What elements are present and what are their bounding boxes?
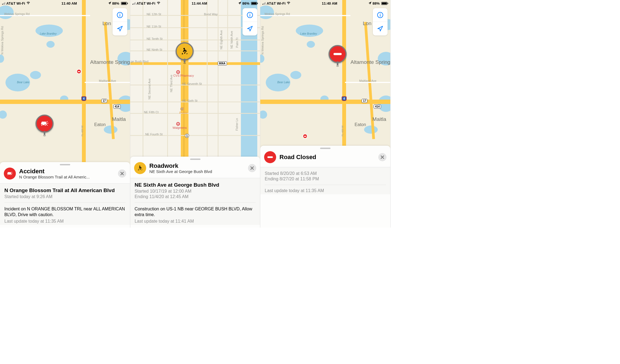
card-grabber[interactable]: [320, 148, 330, 149]
card-grabber[interactable]: [60, 164, 70, 165]
card-grabber[interactable]: [190, 159, 200, 160]
map-controls: [243, 8, 257, 35]
street-label: NE 12th St: [147, 13, 161, 16]
incident-ending-label: Ending 8/27/20 at 11:58 PM: [265, 177, 386, 181]
card-title: Road Closed: [279, 154, 375, 160]
incident-card[interactable]: Roadwork NE Sixth Ave at George Bush Blv…: [130, 157, 260, 228]
roadwork-marker[interactable]: [176, 42, 194, 60]
lake-label: Lake Brantley: [300, 32, 317, 35]
incident-update-label: Last update today at 11:35 AM: [4, 219, 126, 224]
locate-me-button[interactable]: [373, 22, 388, 35]
road-label: FL-400 W: [81, 126, 84, 136]
no-entry-icon: [267, 156, 273, 158]
road-closed-marker[interactable]: [329, 45, 347, 63]
battery-pct-label: 86%: [242, 1, 249, 5]
info-icon: [377, 12, 383, 18]
map-info-button[interactable]: [113, 8, 127, 22]
route-shield: 17: [101, 99, 107, 103]
route-shield: 17: [362, 99, 367, 103]
street-label: NE Seventh St: [182, 82, 202, 85]
carrier-label: AT&T Wi-Fi: [137, 1, 155, 5]
route-shield-interstate: 4: [81, 96, 86, 101]
lake-label: Lake Brantley: [40, 32, 57, 35]
map-info-button[interactable]: [373, 8, 388, 22]
screen-closed: AT&T Wi-Fi 11:40 AM 88% Wekiva Springs R…: [260, 0, 391, 228]
screen-roadwork: AT&T Wi-Fi 11:44 AM 86% NE 12th S: [130, 0, 261, 228]
battery-icon: [120, 2, 128, 5]
city-label: Maitla: [372, 116, 386, 122]
poi-marker[interactable]: ✚: [176, 122, 180, 126]
road-label: N Wekiva Springs Rd: [261, 26, 264, 55]
status-bar: AT&T Wi-Fi 11:40 AM 88%: [0, 0, 130, 6]
battery-pct-label: 88%: [112, 1, 119, 5]
close-card-button[interactable]: [118, 169, 126, 178]
poi-marker[interactable]: 🛒: [180, 107, 184, 111]
lake-label: Bear Lake: [17, 81, 29, 84]
road-label: Maitland Ave: [359, 79, 376, 82]
incident-ending-label: Ending 11/4/20 at 12:45 AM: [135, 194, 256, 199]
card-accident-icon: [4, 168, 16, 180]
lake-label: Bear Lake: [277, 81, 290, 84]
incident-location-title: NE Sixth Ave at George Bush Blvd: [135, 182, 256, 188]
signal-icon: [132, 2, 135, 5]
location-services-icon: [368, 2, 371, 5]
carrier-label: AT&T Wi-Fi: [6, 1, 25, 5]
info-icon: [247, 12, 253, 18]
road-closed-small-marker[interactable]: [76, 69, 81, 74]
incident-location-title: N Orange Blossom Trail at All American B…: [4, 187, 126, 194]
wifi-icon: [26, 1, 30, 5]
incident-update-label: Last update today at 11:35 AM: [265, 188, 386, 193]
svg-rect-14: [380, 14, 380, 17]
city-label: Eaton: [355, 122, 366, 127]
locate-me-button[interactable]: [243, 22, 257, 35]
location-arrow-icon: [247, 25, 253, 32]
svg-rect-4: [120, 14, 120, 17]
accident-marker[interactable]: [36, 115, 54, 133]
svg-point-7: [183, 48, 185, 49]
map-info-button[interactable]: [243, 8, 257, 22]
city-label: Maitla: [112, 116, 126, 122]
card-title: Accident: [19, 168, 115, 175]
road-label: N Wekiva Springs Rd: [1, 26, 4, 55]
locate-me-button[interactable]: [113, 22, 127, 35]
street-label: Bond Way: [204, 13, 218, 16]
street-label: NE Eighth Ave: [220, 30, 223, 50]
svg-point-13: [380, 13, 381, 14]
city-label: Altamonte Springs: [90, 59, 130, 65]
location-arrow-icon: [117, 25, 123, 32]
svg-point-5: [7, 174, 8, 175]
card-roadwork-icon: [134, 162, 146, 174]
map-controls: [373, 8, 388, 35]
incident-description: Incident on N ORANGE BLOSSOM TRL near AL…: [4, 206, 126, 218]
battery-pct-label: 88%: [373, 1, 380, 5]
svg-point-3: [119, 13, 120, 14]
street-label: NE 11th St: [147, 25, 161, 28]
card-closed-icon: [264, 151, 276, 163]
screen-accident: AT&T Wi-Fi 11:40 AM 88%: [0, 0, 130, 228]
clock-label: 11:40 AM: [61, 1, 77, 5]
svg-point-1: [45, 125, 46, 126]
wifi-icon: [157, 1, 161, 5]
incident-started-label: Started today at 9:26 AM: [4, 194, 126, 199]
road-closed-small-marker[interactable]: [303, 134, 308, 139]
poi-marker[interactable]: ✚: [176, 70, 180, 74]
clock-label: 11:44 AM: [192, 1, 207, 5]
close-card-button[interactable]: [378, 153, 386, 161]
road-label: Wekiva Springs Rd: [4, 12, 29, 16]
location-services-icon: [238, 2, 241, 5]
svg-point-11: [139, 166, 140, 167]
svg-point-6: [10, 174, 11, 175]
incident-update-label: Last update today at 11:41 AM: [135, 219, 256, 224]
close-card-button[interactable]: [248, 164, 256, 172]
status-bar: AT&T Wi-Fi 11:40 AM 88%: [260, 0, 390, 6]
incident-card[interactable]: Road Closed Started 8/20/20 at 6:53 AM E…: [260, 146, 390, 228]
incident-started-label: Started 10/17/19 at 12:00 AM: [135, 189, 256, 194]
card-subtitle: NE Sixth Ave at George Bush Blvd: [149, 169, 245, 174]
incident-description: Construction on US-1 NB near GEORGE BUSH…: [135, 206, 256, 218]
signal-icon: [262, 2, 265, 5]
card-subtitle: N Orange Blossom Trail at All Americ...: [19, 175, 115, 179]
svg-point-9: [250, 13, 250, 14]
incident-card[interactable]: Accident N Orange Blossom Trail at All A…: [0, 162, 130, 228]
map-controls: [113, 8, 127, 35]
street-label: Fisher Ln: [235, 118, 238, 131]
